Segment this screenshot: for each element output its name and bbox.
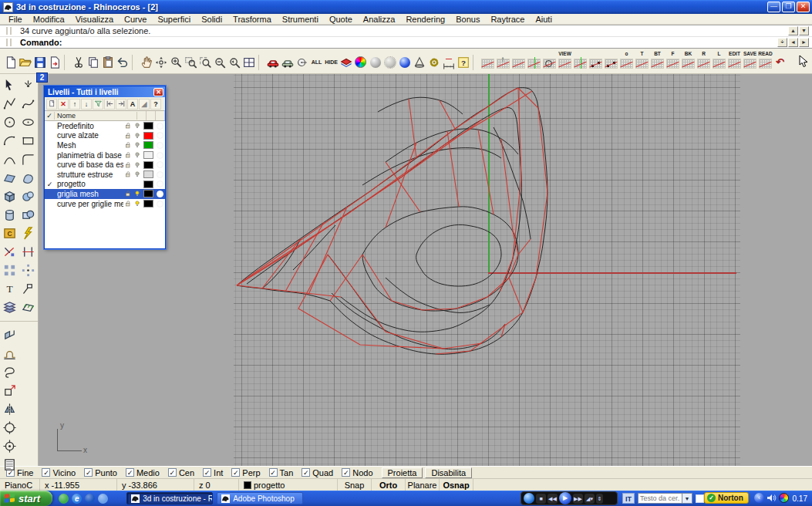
search-dropdown-icon[interactable]: ▼ xyxy=(682,493,692,504)
layer-name[interactable]: progetto xyxy=(55,180,123,188)
menu-bonus[interactable]: Bonus xyxy=(450,15,485,24)
menu-quote[interactable]: Quote xyxy=(324,15,358,24)
zoom-previous-icon[interactable] xyxy=(227,54,241,70)
layer-color-cell[interactable] xyxy=(142,122,154,130)
layers-header-row[interactable]: ✓ Nome xyxy=(45,111,165,121)
layer-material-cell[interactable] xyxy=(154,123,165,130)
layer-row[interactable]: planimetria di base xyxy=(45,150,165,160)
layers-name-column-header[interactable]: Nome xyxy=(55,112,137,120)
open-file-icon[interactable] xyxy=(18,54,32,70)
undo-icon[interactable] xyxy=(115,54,130,70)
mesh-tool-1-icon[interactable] xyxy=(480,51,495,70)
menu-trasforma[interactable]: Trasforma xyxy=(227,15,277,24)
match-properties-icon[interactable]: A xyxy=(127,99,138,110)
cut-icon[interactable] xyxy=(71,54,86,70)
arch-curve-tool[interactable] xyxy=(1,345,19,363)
annotation-dot-tool[interactable] xyxy=(19,280,37,298)
search-input[interactable] xyxy=(638,493,682,504)
layer-material-cell[interactable] xyxy=(154,201,165,207)
contour-curve[interactable] xyxy=(237,88,548,355)
explode-tool[interactable] xyxy=(19,224,37,242)
ghosted-view-icon[interactable] xyxy=(382,54,397,70)
layer-color-cell[interactable] xyxy=(142,170,154,178)
restore-button[interactable]: ❐ xyxy=(782,2,795,12)
rectangle-tool[interactable] xyxy=(19,132,37,150)
layers-panel-titlebar[interactable]: Livelli - Tutti i livelli ✕ xyxy=(45,86,165,97)
layer-color-cell[interactable] xyxy=(142,141,154,149)
text-tool[interactable]: T xyxy=(1,280,19,298)
mirror-tool[interactable] xyxy=(1,400,19,418)
mesh-tool-18-icon[interactable]: SAVE xyxy=(742,51,757,70)
mesh-tool-3-icon[interactable] xyxy=(510,51,526,70)
tray-volume-icon[interactable] xyxy=(767,493,777,503)
layer-lock-icon[interactable] xyxy=(123,151,133,159)
options-gear-icon[interactable] xyxy=(426,54,441,70)
layers-panel-close-icon[interactable]: ✕ xyxy=(153,88,163,96)
osnap-tan[interactable]: ✓Tan xyxy=(269,468,294,477)
layer-bulb-icon[interactable] xyxy=(133,170,142,178)
zoom-selected-icon[interactable] xyxy=(197,54,212,70)
layer-material-cell[interactable] xyxy=(154,171,165,178)
render-preview-icon[interactable] xyxy=(280,54,295,70)
osnap-vicino[interactable]: ✓Vicino xyxy=(42,468,76,477)
mesh-tool-15-icon[interactable]: R xyxy=(696,51,711,70)
layer-state-icon[interactable] xyxy=(339,54,353,70)
layer-row[interactable]: curve alzate xyxy=(45,131,165,141)
task-button[interactable]: Adobe Photoshop xyxy=(217,492,303,504)
menu-modifica[interactable]: Modifica xyxy=(28,15,70,24)
menu-visualizza[interactable]: Visualizza xyxy=(70,15,119,24)
menu-strumenti[interactable]: Strumenti xyxy=(277,15,324,24)
media-stop-button[interactable]: ■ xyxy=(536,494,546,504)
set-view-icon[interactable] xyxy=(295,54,309,70)
layer-bulb-icon[interactable] xyxy=(133,141,142,149)
osnap-punto[interactable]: ✓Punto xyxy=(84,468,117,477)
tray-hide-icons-icon[interactable]: ‹ xyxy=(754,493,764,503)
move-left-icon[interactable] xyxy=(104,99,115,110)
osnap-checkbox[interactable]: ✓ xyxy=(231,468,240,477)
mesh-edge-curve[interactable] xyxy=(500,88,521,292)
render-icon[interactable] xyxy=(265,54,280,70)
layer-name[interactable]: planimetria di base xyxy=(55,151,123,160)
menu-aiuti[interactable]: Aiuti xyxy=(530,15,557,24)
menu-curve[interactable]: Curve xyxy=(119,15,152,24)
cylinder-solid-tool[interactable] xyxy=(1,206,19,224)
menu-file[interactable]: File xyxy=(3,15,28,24)
search-quick-icon[interactable] xyxy=(98,494,108,504)
layer-row[interactable]: ✓progetto xyxy=(45,180,165,190)
orient-compass-tool[interactable] xyxy=(1,419,19,437)
search-go-button[interactable] xyxy=(696,494,704,503)
mesh-tool-11-icon[interactable]: T xyxy=(634,51,649,70)
trim-tool[interactable] xyxy=(1,243,19,261)
mesh-tool-14-icon[interactable]: BK xyxy=(680,51,696,70)
osnap-nodo[interactable]: ✓Nodo xyxy=(342,468,372,477)
new-layer-icon[interactable] xyxy=(46,99,57,110)
mesh-tool-8-icon[interactable] xyxy=(588,51,603,70)
history-scroll-up-button[interactable]: ▲ xyxy=(788,26,798,35)
zoom-dynamic-icon[interactable] xyxy=(168,54,183,70)
box-solid-tool[interactable] xyxy=(1,187,19,205)
mesh-tool-7-icon[interactable] xyxy=(572,51,588,70)
contour-curve[interactable] xyxy=(378,97,463,114)
toggle-planare[interactable]: Planare xyxy=(406,479,440,491)
osnap-cen[interactable]: ✓Cen xyxy=(168,468,194,477)
mesh-tool-6-icon[interactable]: VIEW xyxy=(557,51,572,70)
help-icon[interactable]: ? xyxy=(456,54,470,70)
surface-offset-tool[interactable] xyxy=(19,299,37,316)
osnap-checkbox[interactable]: ✓ xyxy=(126,468,134,477)
zoom-window-icon[interactable] xyxy=(183,54,197,70)
layer-material-cell[interactable] xyxy=(154,142,165,149)
layer-material-cell[interactable] xyxy=(154,132,165,139)
layers-help-icon[interactable]: ? xyxy=(150,99,161,110)
split-tool[interactable] xyxy=(19,243,37,261)
export-icon[interactable] xyxy=(47,54,62,70)
move-layer-up-icon[interactable]: ↑ xyxy=(69,99,80,110)
osnap-perp[interactable]: ✓Perp xyxy=(231,468,260,477)
layer-material-cell[interactable] xyxy=(154,180,165,187)
fillet-corner-tool[interactable] xyxy=(19,150,37,168)
viewport-number-tab[interactable]: 2 xyxy=(36,73,48,83)
mesh-tool-19-icon[interactable]: READ xyxy=(757,51,773,70)
mesh-tool-5-icon[interactable] xyxy=(541,51,557,70)
media-play-button[interactable]: ▶ xyxy=(559,492,571,504)
layer-row[interactable]: curve di base da estru... xyxy=(45,160,165,170)
layer-lock-icon[interactable] xyxy=(123,170,133,178)
